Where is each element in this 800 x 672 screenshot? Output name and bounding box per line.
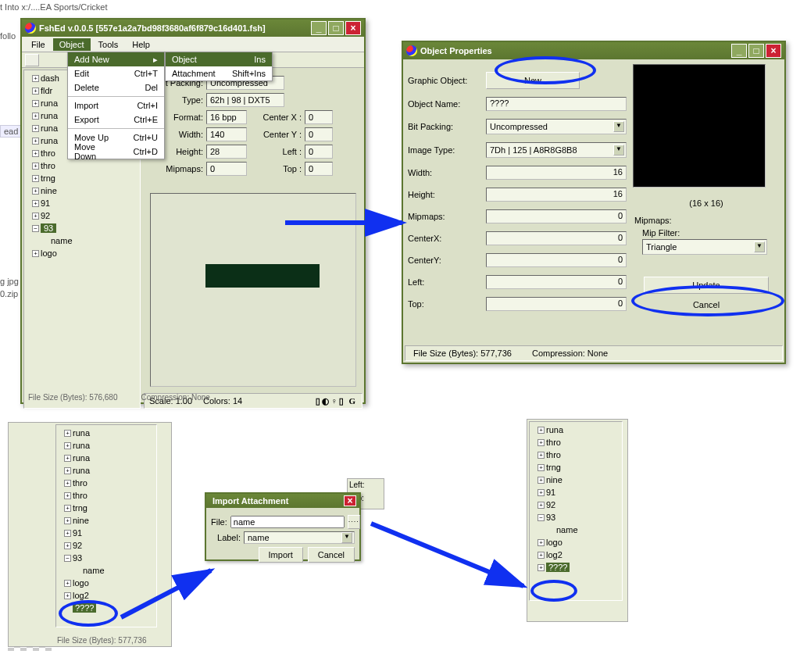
tree-item[interactable]: +runa (64, 427, 155, 439)
tree-item[interactable]: +logo (64, 577, 155, 589)
close-button[interactable]: × (766, 44, 781, 58)
cancel-button[interactable]: Cancel (308, 547, 355, 563)
tree-item[interactable]: +runa (64, 464, 155, 477)
tree-item[interactable]: +91 (32, 197, 138, 209)
mipfilter-combo[interactable]: Triangle▼ (642, 239, 767, 255)
tree-item[interactable]: +runa (64, 439, 155, 452)
label-combo[interactable]: name▼ (244, 531, 355, 544)
bitpacking-combo[interactable]: Uncompressed▼ (486, 119, 627, 134)
bottom-tree-panel-1: +runa +runa +runa +runa +thro +thro +trn… (8, 422, 172, 647)
centery-input[interactable] (305, 127, 333, 141)
tree-item-new[interactable]: +???? (538, 561, 620, 574)
height-input[interactable] (206, 145, 247, 159)
label: Object Name: (408, 99, 486, 109)
tree-item[interactable]: +thro (538, 436, 620, 449)
tree-item[interactable]: +thro (64, 477, 155, 489)
preview-pane (150, 193, 356, 387)
tree-item[interactable]: +trng (32, 172, 138, 184)
preview-panel (633, 64, 766, 188)
update-button[interactable]: Update (644, 277, 769, 294)
object-properties-window: Object Properties _ □ × Graphic Object: … (402, 41, 786, 364)
tree-item[interactable]: +runa (64, 452, 155, 464)
tree-item[interactable]: −93 (538, 511, 620, 524)
tree-item[interactable]: +logo (32, 247, 138, 259)
menu-import[interactable]: ImportCtrl+I (68, 98, 164, 113)
file-input[interactable] (230, 516, 345, 528)
menu-delete[interactable]: DeleteDel (68, 80, 164, 95)
tree-item[interactable]: −93 (32, 222, 138, 234)
menu-add-new[interactable]: Add New▸ (68, 52, 164, 66)
label: Width: (408, 168, 486, 177)
type-input[interactable] (206, 93, 284, 107)
top-input[interactable]: 0 (486, 297, 627, 311)
chevron-down-icon: ▼ (754, 241, 765, 252)
centerx-input[interactable] (305, 110, 333, 124)
close-button[interactable]: × (344, 495, 356, 506)
tree-item[interactable]: +nine (32, 184, 138, 197)
left-input[interactable]: 0 (486, 275, 627, 289)
label: Left: (408, 277, 486, 287)
tree-item-child[interactable]: name (556, 524, 620, 536)
tree-item[interactable]: +runa (538, 424, 620, 436)
browse-button[interactable]: .... (348, 515, 360, 529)
format-input[interactable] (206, 110, 247, 124)
tree-item[interactable]: +thro (32, 159, 138, 172)
maximize-button[interactable]: □ (748, 44, 764, 58)
menu-tools[interactable]: Tools (92, 38, 125, 51)
left-input[interactable] (305, 145, 333, 159)
tree-item[interactable]: +92 (32, 209, 138, 222)
menu-object[interactable]: Object (53, 38, 91, 51)
tree-item-child[interactable]: name (51, 234, 138, 247)
titlebar[interactable]: FshEd v.0.0.5 [557e1a2a7bd98f3680af6f879… (22, 20, 364, 37)
height-input[interactable]: 16 (486, 188, 627, 202)
tree-item[interactable]: +nine (64, 514, 155, 527)
menu-move-down[interactable]: Move DownCtrl+D (68, 145, 164, 159)
titlebar[interactable]: Object Properties _ □ × (403, 42, 784, 59)
mipmaps-input[interactable]: 0 (486, 209, 627, 223)
menu-help[interactable]: Help (126, 38, 156, 51)
label: Top: (408, 299, 486, 309)
tree-item[interactable]: +91 (538, 486, 620, 499)
tree-item-new[interactable]: ???? (64, 602, 155, 614)
toolbar-btn[interactable] (25, 54, 39, 66)
tree-item[interactable]: −93 (64, 552, 155, 564)
submenu-object[interactable]: ObjectIns (166, 52, 272, 66)
top-input[interactable] (305, 162, 333, 176)
tree-item[interactable]: +logo (538, 536, 620, 549)
mipmaps-input[interactable] (206, 162, 247, 176)
object-name-input[interactable]: ???? (486, 97, 627, 111)
submenu-attachment[interactable]: AttachmentShift+Ins (166, 66, 272, 80)
import-button[interactable]: Import (259, 547, 303, 563)
dialog-titlebar[interactable]: Import Attachment × (206, 494, 359, 508)
tree-item[interactable]: +thro (64, 489, 155, 502)
status-compression: Compression: None (532, 349, 608, 358)
centery-input[interactable]: 0 (486, 253, 627, 267)
maximize-button[interactable]: □ (328, 21, 344, 35)
menu-edit[interactable]: EditCtrl+T (68, 66, 164, 80)
imagetype-combo[interactable]: 7Dh | 125 | A8R8G8B8▼ (486, 142, 627, 158)
tree-item[interactable]: +92 (64, 539, 155, 552)
footer-compression: Compression: None (141, 393, 210, 404)
minimize-button[interactable]: _ (311, 21, 327, 35)
tree-item[interactable]: +log2 (538, 549, 620, 561)
tree-item-child[interactable]: name (83, 564, 155, 577)
tree-item[interactable]: +92 (538, 499, 620, 511)
addnew-submenu: ObjectIns AttachmentShift+Ins (165, 52, 273, 81)
cancel-link[interactable]: Cancel (633, 300, 780, 309)
new-button[interactable]: New (486, 72, 580, 89)
tree-item[interactable]: +91 (64, 527, 155, 539)
label: Bit Packing: (408, 122, 486, 131)
centerx-input[interactable]: 0 (486, 231, 627, 245)
tree-item[interactable]: +trng (64, 502, 155, 514)
menu-export[interactable]: ExportCtrl+E (68, 113, 164, 127)
tree-item[interactable]: +thro (538, 449, 620, 461)
width-input[interactable] (206, 127, 247, 141)
minimize-button[interactable]: _ (731, 44, 747, 58)
tree-item[interactable]: +nine (538, 474, 620, 486)
tree-item[interactable]: +log2 (64, 589, 155, 602)
width-input[interactable]: 16 (486, 166, 627, 180)
menu-file[interactable]: File (25, 38, 52, 51)
close-button[interactable]: × (345, 21, 361, 35)
tree-item[interactable]: +trng (538, 461, 620, 474)
label: Mipmaps: (147, 164, 203, 173)
